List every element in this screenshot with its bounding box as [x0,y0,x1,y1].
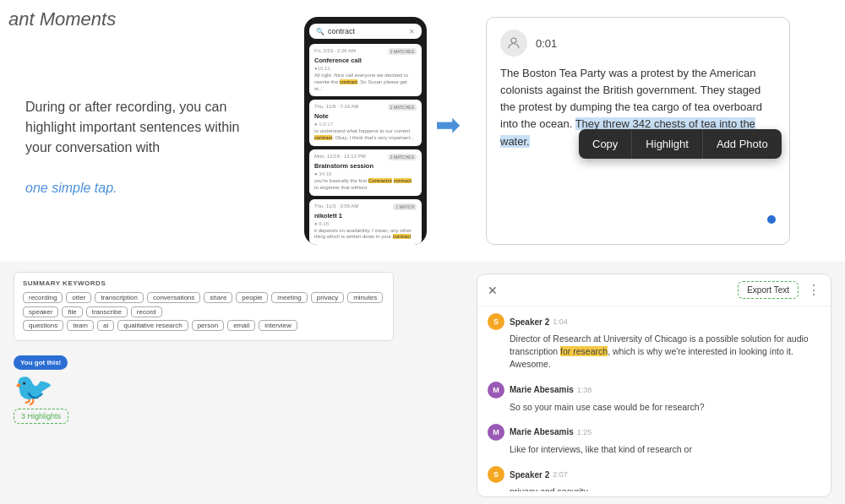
keyword-tag[interactable]: people [236,292,268,303]
keyword-tag[interactable]: record [131,306,162,317]
keyword-tag[interactable]: recording [23,292,63,303]
keyword-tag[interactable]: file [62,306,82,317]
search-icon: 🔍 [316,28,324,35]
phone-list-item[interactable]: Thu, 11/3 · 3:56 AM 1 MATCH nikolett 1 ●… [309,199,422,245]
keyword-tag[interactable]: questions [23,320,63,331]
keyword-tag[interactable]: otter [66,292,91,303]
context-menu: Copy Highlight Add Photo [579,129,782,159]
avatar [500,30,527,57]
conversation-header: ✕ Export Text ⋮ [477,274,831,306]
keyword-tag[interactable]: speaker [23,306,58,317]
export-button[interactable]: Export Text [738,281,799,299]
keyword-tag[interactable]: conversations [147,292,200,303]
conversation-message: S Speaker 2 2:07 privacy and security [488,466,820,491]
highlights-count: 3 Highlights [14,409,68,424]
copy-button[interactable]: Copy [579,129,632,159]
more-options-icon[interactable]: ⋮ [807,282,820,298]
phone-list-item[interactable]: Mon, 12/18 · 12:12 PM 2 MATCHES Brainsto… [309,149,422,196]
keyword-tag[interactable]: share [204,292,232,303]
highlight-button[interactable]: Highlight [632,129,703,159]
keyword-tag[interactable]: meeting [271,292,307,303]
phone-mockup: 🔍 contract ✕ Fri, 2/23 · 2:26 AM 2 MATCH… [304,17,427,245]
arrow: ➡ [435,110,461,140]
phone-list-item[interactable]: Thu, 11/9 · 7:16 AM 2 MATCHES Note ● 1:0… [309,100,422,146]
keyword-tag[interactable]: transcription [95,292,144,303]
conversation-message: S Speaker 2 1:04 Director of Research at… [488,313,820,371]
keyword-tag[interactable]: interview [259,320,297,331]
keyword-tag[interactable]: privacy [311,292,344,303]
selection-dot [767,215,776,224]
keyword-tag[interactable]: person [192,320,224,331]
search-clear-icon[interactable]: ✕ [409,28,415,35]
right-arrow-icon: ➡ [435,107,461,142]
phone-search-bar[interactable]: 🔍 contract ✕ [309,24,422,39]
card-header: 0:01 [500,30,776,57]
phone-list-item[interactable]: Fri, 2/23 · 2:26 AM 2 MATCHES Conference… [309,44,422,96]
close-icon[interactable]: ✕ [488,284,498,297]
conversation-message: M Marie Abesamis 1:25 Like for interview… [488,424,820,456]
avatar: M [488,382,504,398]
keywords-panel: SUMMARY KEYWORDS recording otter transcr… [14,272,394,341]
svg-point-0 [511,38,516,43]
conversation-body: S Speaker 2 1:04 Director of Research at… [477,306,831,491]
chat-section: You got this! 🐦 3 Highlights [14,355,68,424]
bottom-section: SUMMARY KEYWORDS recording otter transcr… [0,262,845,504]
keywords-row-1: recording otter transcription conversati… [23,292,384,317]
description-text: During or after recording, you can highl… [25,97,262,198]
avatar: S [488,313,504,330]
chat-bubble-text: You got this! [14,355,68,370]
keywords-row-2: questions team ai qualitative research p… [23,320,384,331]
mascot-icon: 🐦 [14,373,68,405]
avatar: M [488,424,504,441]
keyword-tag[interactable]: team [67,320,94,331]
keyword-tag[interactable]: ai [97,320,114,331]
keyword-tag[interactable]: qualitative research [117,320,188,331]
conversation-panel: ✕ Export Text ⋮ S Speaker 2 1:04 Directo… [477,274,831,497]
conversation-message: M Marie Abesamis 1:38 So so your main us… [488,382,820,414]
keyword-tag[interactable]: email [227,320,255,331]
keyword-tag[interactable]: minutes [347,292,383,303]
keyword-tag[interactable]: transcribe [86,306,128,317]
add-photo-button[interactable]: Add Photo [703,129,782,159]
avatar: S [488,466,504,483]
